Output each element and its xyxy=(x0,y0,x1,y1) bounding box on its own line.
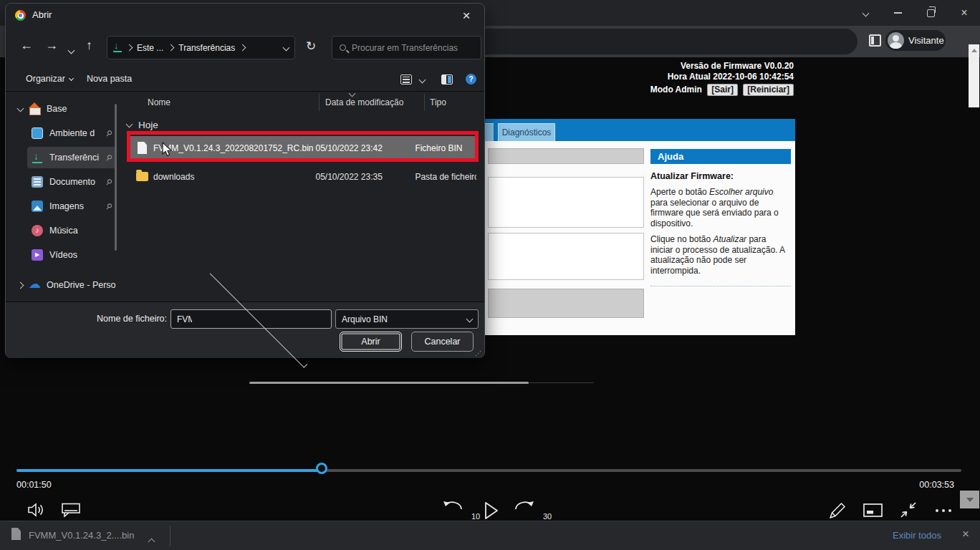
folder-row[interactable]: downloads 05/10/2022 23:35 Pasta de fich… xyxy=(128,165,476,188)
back-icon[interactable]: ← xyxy=(20,38,33,53)
forward-icon[interactable]: → xyxy=(45,38,58,53)
form-footer-bar xyxy=(488,289,644,318)
dialog-command-bar: Organizar Nova pasta ? xyxy=(6,69,484,91)
folder-icon xyxy=(136,172,148,181)
filename-input[interactable]: FVMM_V0.1.24.3_202208201752_RC.bin xyxy=(170,309,332,329)
firmware-info: Versão de Firmware V0.0.20 Hora Atual 20… xyxy=(650,61,794,96)
sidebar-item-onedrive[interactable]: ☁ OneDrive - Perso xyxy=(11,274,116,296)
chrome-icon xyxy=(15,10,26,21)
download-file-icon xyxy=(11,528,21,540)
help-paragraph-1: Aperte o botão Escolher arquivo para sel… xyxy=(650,187,791,228)
dialog-footer: Nome de ficheiro: FVMM_V0.1.24.3_2022082… xyxy=(6,301,484,358)
sidebar-item-music[interactable]: ♪ Música xyxy=(27,220,116,241)
scroll-up-icon[interactable] xyxy=(971,49,977,52)
crumb-separator xyxy=(126,44,133,52)
breadcrumb[interactable]: Este ... Transferências xyxy=(107,36,295,59)
filetype-dropdown-icon[interactable] xyxy=(466,316,474,323)
filetype-select[interactable]: Arquivo BIN xyxy=(335,309,479,329)
window-minimize-icon[interactable] xyxy=(883,0,912,26)
downloads-location-icon xyxy=(113,43,122,52)
breadcrumb-dropdown-icon[interactable] xyxy=(283,44,290,52)
open-button[interactable]: Abrir xyxy=(340,332,402,352)
firmware-version: Versão de Firmware V0.0.20 xyxy=(650,61,794,72)
preview-pane-icon[interactable] xyxy=(441,74,453,85)
help-panel: Ajuda Atualizar Firmware: Aperte o botão… xyxy=(650,149,791,286)
mini-player-icon[interactable] xyxy=(863,503,883,521)
play-button[interactable] xyxy=(484,501,499,523)
logout-button[interactable]: [Sair] xyxy=(707,84,738,96)
browser-sidebar-icon[interactable] xyxy=(869,34,881,47)
column-header-date[interactable]: Data de modificação xyxy=(325,97,403,107)
new-folder-button[interactable]: Nova pasta xyxy=(87,74,132,84)
dialog-sidebar: Base Ambiente d ⚲ Transferênci ⚲ Documen… xyxy=(6,92,122,301)
dialog-titlebar[interactable]: Abrir × xyxy=(6,4,484,28)
window-close-icon[interactable]: × xyxy=(950,0,979,26)
search-icon xyxy=(340,44,346,51)
file-list: Nome Data de modificação Tipo Hoje FVMM_… xyxy=(123,92,481,301)
page-scrollbar[interactable] xyxy=(969,44,979,107)
organize-button[interactable]: Organizar xyxy=(26,74,73,84)
avatar xyxy=(888,32,904,49)
breadcrumb-root[interactable]: Este ... xyxy=(137,43,163,53)
sidebar-item-pictures[interactable]: Imagens ⚲ xyxy=(27,196,116,217)
sidebar-scrollbar[interactable] xyxy=(115,104,117,251)
search-input[interactable]: Procurar em Transferências xyxy=(332,36,481,59)
rewind-10-button[interactable]: 10 xyxy=(441,499,464,521)
download-chevron-icon[interactable] xyxy=(149,534,154,547)
cancel-button[interactable]: Cancelar xyxy=(411,332,474,352)
forward-30-button[interactable]: 30 xyxy=(513,499,536,521)
pin-icon: ⚲ xyxy=(104,176,115,187)
seek-bar-progress xyxy=(16,469,322,472)
firmware-time: Hora Atual 2022-10-06 10:42:54 xyxy=(650,72,794,82)
show-all-downloads-link[interactable]: Exibir todos xyxy=(893,530,941,541)
firmware-page: Versão de Firmware V0.0.20 Hora Atual 20… xyxy=(485,57,795,335)
crumb-separator xyxy=(168,44,175,52)
exit-fullscreen-icon[interactable] xyxy=(899,501,918,522)
help-icon[interactable]: ? xyxy=(466,74,476,85)
resize-grip[interactable]: ⋰ xyxy=(475,350,481,356)
window-restore-icon[interactable] xyxy=(916,0,945,26)
column-divider[interactable] xyxy=(319,94,320,111)
sidebar-item-downloads[interactable]: Transferênci ⚲ xyxy=(27,147,116,168)
seek-bar-thumb[interactable] xyxy=(316,463,327,474)
form-header-bar xyxy=(488,148,644,164)
profile-button[interactable]: Visitante xyxy=(885,30,946,51)
horizontal-scrollbar[interactable] xyxy=(249,382,529,384)
tab-diagnosticos[interactable]: Diagnósticos xyxy=(498,123,555,141)
music-icon: ♪ xyxy=(32,225,43,236)
up-icon[interactable]: ↑ xyxy=(86,38,92,53)
page-scrollbar-down[interactable] xyxy=(960,491,979,508)
view-mode-caret-icon[interactable] xyxy=(419,77,426,84)
restart-button[interactable]: [Reiniciar] xyxy=(743,84,794,96)
volume-icon[interactable] xyxy=(27,502,46,521)
window-chevron-icon[interactable] xyxy=(851,0,880,26)
edit-pen-icon[interactable] xyxy=(828,501,847,523)
videos-icon: ▶ xyxy=(32,249,43,261)
column-divider[interactable] xyxy=(424,94,425,111)
breadcrumb-folder[interactable]: Transferências xyxy=(178,43,235,53)
more-options-icon[interactable] xyxy=(936,509,951,512)
column-header-type[interactable]: Tipo xyxy=(430,97,446,107)
expand-icon[interactable] xyxy=(17,105,24,112)
recent-locations-icon[interactable] xyxy=(69,42,74,57)
column-header-name[interactable]: Nome xyxy=(148,97,170,107)
subtitles-icon[interactable] xyxy=(62,502,82,521)
group-header-hoje[interactable]: Hoje xyxy=(127,120,158,130)
group-collapse-icon[interactable] xyxy=(126,121,133,128)
view-mode-icon[interactable] xyxy=(400,74,412,85)
sidebar-item-videos[interactable]: ▶ Vídeos xyxy=(27,244,116,266)
firmware-mode-label: Modo Admin xyxy=(650,85,702,95)
tab-partial[interactable] xyxy=(485,123,494,141)
dialog-close-icon[interactable]: × xyxy=(456,5,477,26)
expand-icon[interactable] xyxy=(17,281,24,289)
refresh-icon[interactable]: ↻ xyxy=(306,39,316,54)
download-file-name[interactable]: FVMM_V0.1.24.3_2....bin xyxy=(29,530,134,541)
current-time: 00:01:50 xyxy=(16,480,52,490)
sidebar-item-desktop[interactable]: Ambiente d ⚲ xyxy=(27,122,116,144)
help-paragraph-2: Clique no botão Atualizar para iniciar o… xyxy=(650,234,791,276)
downloads-close-icon[interactable]: × xyxy=(962,527,969,541)
sidebar-item-home[interactable]: Base xyxy=(11,98,116,120)
sidebar-item-documents[interactable]: Documento ⚲ xyxy=(27,171,116,193)
form-box-2 xyxy=(488,233,644,280)
firmware-tabbar: Diagnósticos xyxy=(485,119,795,141)
